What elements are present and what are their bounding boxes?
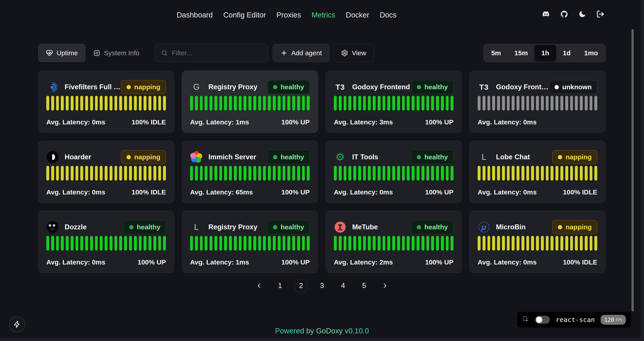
moon-icon[interactable]: [578, 10, 586, 18]
uptime-bar: [536, 166, 539, 181]
inspect-cursor-icon[interactable]: [522, 316, 529, 324]
uptime-bar: [334, 96, 337, 111]
add-agent-button[interactable]: Add agent: [272, 44, 330, 62]
uptime-bar: [416, 96, 420, 111]
status-label: healthy: [281, 153, 304, 161]
time-range-15m[interactable]: 15m: [508, 45, 534, 61]
tab-uptime[interactable]: Uptime: [38, 44, 86, 62]
uptime-bar: [85, 166, 88, 181]
uptime-bar: [158, 96, 161, 111]
uptime-bar: [51, 96, 54, 111]
uptime-bar: [378, 96, 380, 111]
service-card[interactable]: G Registry Proxy healthy Avg. Latency: 1…: [182, 71, 318, 133]
discord-icon[interactable]: [542, 10, 550, 18]
letter-icon: G: [190, 81, 202, 93]
service-card[interactable]: Hoarder napping Avg. Latency: 0ms 100% I…: [38, 141, 174, 203]
time-range-1d[interactable]: 1d: [556, 45, 577, 61]
chevron-right-icon[interactable]: [379, 279, 391, 292]
uptime-bar: [436, 236, 439, 251]
service-card[interactable]: T3 Godoxy Frontend healthy Avg. Latency:…: [326, 71, 462, 133]
dozzle-icon: [46, 221, 59, 233]
uptime-bar: [378, 236, 380, 251]
uptime-bar: [585, 96, 588, 111]
react-scan-toggle[interactable]: [535, 316, 550, 324]
uptime-percent: 100% UP: [138, 258, 166, 266]
vertical-scrollbar[interactable]: [632, 29, 634, 311]
filter-input[interactable]: [172, 49, 262, 57]
uptime-bar: [387, 166, 390, 181]
uptime-percent: 100% UP: [425, 118, 454, 126]
uptime-bar: [56, 166, 59, 181]
time-range-1h[interactable]: 1h: [534, 45, 556, 61]
card-header: MeTube healthy: [334, 220, 454, 234]
uptime-bar: [378, 166, 380, 181]
avg-latency: Avg. Latency: 0ms: [478, 188, 537, 196]
uptime-bar: [344, 96, 346, 111]
github-icon[interactable]: [560, 10, 568, 18]
nav-item-proxies[interactable]: Proxies: [276, 11, 301, 19]
uptime-bar: [407, 236, 410, 251]
service-card[interactable]: Dozzle healthy Avg. Latency: 0ms 100% UP: [38, 211, 174, 273]
nav-item-dashboard[interactable]: Dashboard: [177, 11, 213, 19]
uptime-bar: [512, 96, 514, 111]
uptime-bar: [263, 236, 266, 251]
nav-item-metrics[interactable]: Metrics: [312, 11, 335, 19]
uptime-bar: [46, 166, 49, 181]
uptime-bar: [273, 236, 276, 251]
quick-actions-button[interactable]: [9, 316, 25, 332]
service-card[interactable]: Fivefilters Full Tex… napping Avg. Laten…: [38, 71, 174, 133]
card-header: Fivefilters Full Tex… napping: [46, 80, 166, 94]
logout-icon[interactable]: [596, 10, 605, 18]
uptime-bar: [402, 166, 405, 181]
service-card[interactable]: L Lobe Chat napping Avg. Latency: 0ms 10…: [469, 141, 606, 203]
uptime-bar: [522, 166, 524, 181]
card-footer: Avg. Latency: 1ms 100% UP: [190, 258, 310, 266]
uptime-bar: [526, 96, 529, 111]
uptime-bar: [134, 236, 137, 251]
window-edge-right: [641, 0, 644, 341]
uptime-bar: [580, 96, 583, 111]
card-header: L Lobe Chat napping: [478, 150, 597, 164]
time-range-5m[interactable]: 5m: [484, 45, 508, 61]
service-card[interactable]: Immich Server healthy Avg. Latency: 65ms…: [182, 141, 318, 203]
uptime-bar: [426, 236, 429, 251]
status-badge: healthy: [411, 80, 454, 94]
uptime-bar: [382, 236, 386, 251]
nav-item-docker[interactable]: Docker: [346, 11, 370, 19]
status-badge: unknown: [549, 80, 597, 94]
service-card[interactable]: ⚙ IT Tools healthy Avg. Latency: 0ms 100…: [326, 141, 462, 203]
uptime-bar: [580, 236, 583, 251]
uptime-bar: [239, 166, 242, 181]
service-card[interactable]: MeTube healthy Avg. Latency: 2ms 100% UP: [326, 211, 462, 273]
tab-system-info[interactable]: System Info: [86, 44, 147, 62]
uptime-bar: [61, 236, 64, 251]
service-card[interactable]: T3 Godoxy Frontend unknown Avg. Latency:…: [469, 71, 606, 133]
uptime-bar: [268, 236, 271, 251]
uptime-bar: [90, 236, 93, 251]
uptime-bar: [61, 96, 64, 111]
uptime-bar: [56, 236, 59, 251]
header-icon-group: [542, 10, 605, 18]
search-icon: [161, 50, 168, 56]
filter-search-box[interactable]: [155, 44, 268, 62]
metube-icon: [334, 221, 346, 233]
page-4[interactable]: 4: [337, 279, 349, 292]
powered-by-footer[interactable]: Powered by GoDoxy v0.10.0: [0, 327, 644, 335]
service-card[interactable]: L Registry Proxy healthy Avg. Latency: 1…: [182, 211, 318, 273]
uptime-bar: [550, 96, 554, 111]
uptime-bar: [154, 166, 156, 181]
nav-item-config-editor[interactable]: Config Editor: [223, 11, 266, 19]
page-1[interactable]: 1: [274, 279, 286, 292]
view-button[interactable]: View: [334, 44, 374, 62]
uptime-bars: [478, 96, 597, 111]
page-3[interactable]: 3: [316, 279, 328, 292]
uptime-bar: [234, 96, 237, 111]
page-2[interactable]: 2: [295, 279, 307, 292]
service-card[interactable]: μ MicroBin napping Avg. Latency: 0ms 100…: [469, 211, 606, 273]
chevron-left-icon[interactable]: [253, 279, 265, 292]
uptime-bar: [253, 236, 256, 251]
uptime-bar: [204, 96, 208, 111]
page-5[interactable]: 5: [358, 279, 370, 292]
nav-item-docs[interactable]: Docs: [380, 11, 396, 19]
time-range-1mo[interactable]: 1mo: [577, 45, 605, 61]
